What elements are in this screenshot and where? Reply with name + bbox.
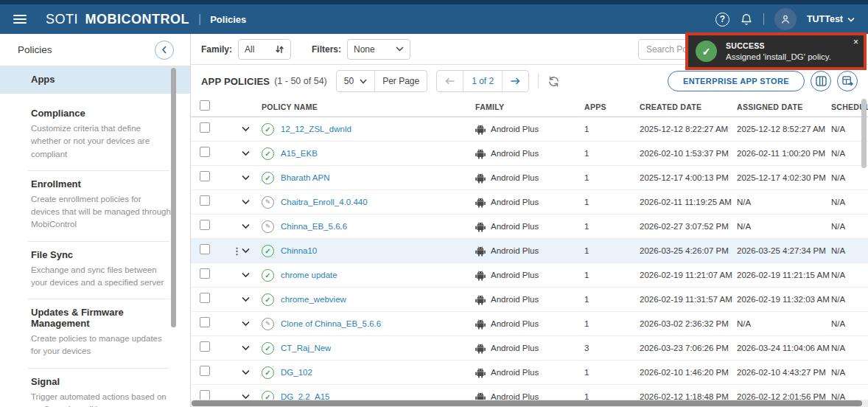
apps-count: 1: [584, 246, 640, 255]
row-expand-chevron-icon[interactable]: [242, 296, 250, 302]
apps-count: 1: [584, 271, 640, 279]
sidebar-item-enrollment[interactable]: Enrollment Create enrollment policies fo…: [0, 170, 190, 241]
vertical-scrollbar[interactable]: [861, 99, 867, 168]
help-icon[interactable]: ?: [715, 13, 729, 27]
table-row[interactable]: CT_Raj_New Android Plus 3 2026-03-23 7:0…: [191, 336, 868, 361]
per-page-dropdown[interactable]: 50: [337, 71, 374, 91]
table-row[interactable]: chrome update Android Plus 1 2026-02-19 …: [191, 263, 868, 288]
manage-columns-button[interactable]: [811, 71, 831, 91]
column-assigned-date[interactable]: ASSIGNED DATE: [737, 102, 831, 111]
table-row[interactable]: Clone of Chinna_EB_5.6.6 Android Plus 1 …: [191, 312, 868, 336]
row-expand-chevron-icon[interactable]: [242, 223, 250, 229]
select-all-checkbox[interactable]: [200, 100, 210, 111]
table-row[interactable]: DG_102 Android Plus 1 2026-02-10 1:46:20…: [191, 361, 868, 385]
row-checkbox[interactable]: [200, 147, 210, 157]
sidebar-scrollbar[interactable]: [171, 68, 176, 327]
row-expand-chevron-icon[interactable]: [242, 150, 250, 156]
row-checkbox[interactable]: [200, 171, 210, 181]
next-page-button[interactable]: [502, 71, 528, 91]
row-expand-chevron-icon[interactable]: [242, 248, 250, 254]
family-filter-dropdown[interactable]: All: [238, 39, 291, 60]
user-avatar[interactable]: [774, 8, 797, 30]
row-checkbox[interactable]: [200, 317, 210, 327]
row-expand-chevron-icon[interactable]: [242, 126, 250, 132]
row-checkbox[interactable]: [200, 122, 210, 133]
sidebar-item-signal[interactable]: Signal Trigger automated actions based o…: [0, 368, 190, 407]
policy-name-link[interactable]: Chinna_EB_5.6.6: [281, 222, 347, 231]
top-bar: SOTI MOBICONTROL | Policies ? TUTTest: [0, 4, 868, 34]
row-checkbox[interactable]: [200, 195, 210, 206]
previous-page-button[interactable]: [437, 71, 463, 91]
row-expand-chevron-icon[interactable]: [242, 345, 250, 351]
row-checkbox[interactable]: [200, 244, 210, 254]
page-indicator: 1 of 2: [463, 71, 502, 91]
toast-close-icon[interactable]: ×: [853, 38, 858, 46]
column-policy-name[interactable]: POLICY NAME: [262, 102, 475, 111]
filters-value: None: [354, 44, 379, 55]
sidebar-item-description: Create policies to manage updates for yo…: [31, 333, 171, 358]
policy-name-link[interactable]: A15_EKB: [281, 149, 318, 158]
column-apps[interactable]: APPS: [584, 102, 640, 111]
table-row[interactable]: Chaitra_Enroll_4.0.440 Android Plus 1 20…: [191, 190, 868, 215]
family-value: Android Plus: [491, 368, 539, 377]
family-value: Android Plus: [491, 149, 539, 158]
table-row[interactable]: ⋮ Chinna10 Android Plus 1 2026-03-25 4:2…: [191, 239, 868, 263]
row-checkbox[interactable]: [200, 268, 210, 279]
row-checkbox[interactable]: [200, 293, 210, 303]
collapse-sidebar-button[interactable]: [155, 41, 174, 60]
refresh-icon[interactable]: [547, 75, 560, 88]
brand-divider: |: [198, 13, 201, 26]
created-date: 2026-02-27 3:07:52 PM: [640, 222, 737, 231]
arrow-right-icon: [511, 77, 520, 85]
policy-name-link[interactable]: chrome update: [281, 271, 337, 279]
family-value: Android Plus: [491, 125, 539, 133]
policy-name-link[interactable]: chrome_webview: [281, 295, 346, 304]
hamburger-menu-icon[interactable]: [13, 15, 27, 24]
table-row[interactable]: A15_EKB Android Plus 1 2026-02-10 1:53:3…: [191, 142, 868, 166]
created-date: 2026-02-19 11:31:57 AM: [640, 295, 737, 304]
column-created-date[interactable]: CREATED DATE: [640, 102, 737, 111]
table-row[interactable]: chrome_webview Android Plus 1 2026-02-19…: [191, 288, 868, 312]
policy-name-link[interactable]: Bharath APN: [281, 173, 329, 182]
policy-name-link[interactable]: Chaitra_Enroll_4.0.440: [281, 198, 368, 206]
sidebar-item-compliance[interactable]: Compliance Customize criteria that defin…: [0, 100, 190, 170]
row-expand-chevron-icon[interactable]: [242, 394, 250, 400]
policy-name-link[interactable]: DG_102: [281, 368, 312, 377]
assigned-date: N/A: [737, 222, 831, 231]
schedule-value: N/A: [831, 222, 868, 231]
table-row[interactable]: Bharath APN Android Plus 1 2025-12-17 4:…: [191, 166, 868, 190]
horizontal-scrollbar-thumb[interactable]: [192, 400, 862, 406]
sidebar-item-apps[interactable]: Apps: [0, 66, 190, 94]
created-date: 2026-02-10 1:53:37 PM: [640, 149, 737, 158]
family-value: Android Plus: [491, 319, 539, 328]
sidebar-item-label: File Sync: [31, 249, 171, 260]
row-menu-icon[interactable]: ⋮: [232, 246, 242, 256]
row-expand-chevron-icon[interactable]: [242, 175, 250, 181]
chevron-down-icon: [396, 46, 404, 52]
row-expand-chevron-icon[interactable]: [242, 321, 250, 327]
row-checkbox[interactable]: [200, 220, 210, 230]
row-checkbox[interactable]: [200, 390, 210, 400]
column-family[interactable]: FAMILY: [475, 102, 584, 111]
user-menu[interactable]: TUTTest: [807, 14, 855, 24]
row-expand-chevron-icon[interactable]: [242, 199, 250, 205]
enterprise-app-store-button[interactable]: ENTERPRISE APP STORE: [668, 71, 805, 91]
filters-dropdown[interactable]: None: [347, 39, 410, 60]
table-row[interactable]: Chinna_EB_5.6.6 Android Plus 1 2026-02-2…: [191, 215, 868, 239]
policy-name-link[interactable]: 12_12_ZSL_dwnld: [281, 125, 351, 133]
policy-name-link[interactable]: CT_Raj_New: [281, 344, 331, 352]
sidebar-item-updates-firmware-management[interactable]: Updates & Firmware Management Create pol…: [0, 299, 190, 368]
policy-name-link[interactable]: Clone of Chinna_EB_5.6.6: [281, 319, 381, 328]
row-checkbox[interactable]: [200, 341, 210, 352]
table-row[interactable]: 12_12_ZSL_dwnld Android Plus 1 2025-12-1…: [191, 117, 868, 142]
notifications-bell-icon[interactable]: [740, 13, 753, 27]
row-expand-chevron-icon[interactable]: [242, 369, 250, 375]
export-table-button[interactable]: [837, 71, 858, 91]
row-checkbox[interactable]: [200, 366, 210, 376]
row-expand-chevron-icon[interactable]: [242, 272, 250, 278]
android-icon: [475, 319, 486, 330]
toast-message: Assigned 'install_DG' policy.: [726, 52, 831, 61]
sidebar-item-file-sync[interactable]: File Sync Exchange and sync files betwee…: [0, 241, 190, 299]
policy-name-link[interactable]: Chinna10: [281, 246, 317, 255]
policy-status-icon: [262, 172, 274, 184]
